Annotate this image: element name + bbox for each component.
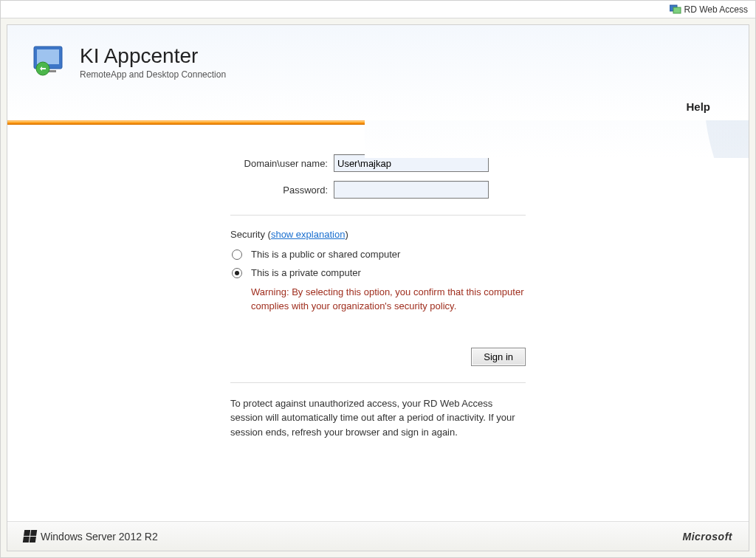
radio-icon [232, 249, 242, 260]
svg-rect-1 [673, 7, 681, 13]
windows-logo-icon [23, 530, 37, 542]
brand: KI Appcenter RemoteApp and Desktop Conne… [31, 44, 725, 80]
main-panel: KI Appcenter RemoteApp and Desktop Conne… [7, 24, 749, 551]
security-heading-suffix: ) [345, 229, 348, 240]
page-title: KI Appcenter [80, 44, 226, 68]
footer-product: Windows Server 2012 R2 [41, 531, 158, 542]
top-bar: RD Web Access [1, 1, 755, 18]
header: KI Appcenter RemoteApp and Desktop Conne… [7, 25, 749, 120]
security-warning: Warning: By selecting this option, you c… [251, 286, 526, 314]
svg-rect-3 [37, 49, 59, 64]
brand-text: KI Appcenter RemoteApp and Desktop Conne… [80, 44, 226, 80]
footer: Windows Server 2012 R2 Microsoft [7, 521, 749, 551]
sign-in-button[interactable]: Sign in [471, 348, 526, 366]
security-heading: Security (show explanation) [230, 229, 526, 240]
timeout-notice: To protect against unauthorized access, … [230, 396, 526, 440]
username-input[interactable] [334, 154, 489, 172]
show-explanation-link[interactable]: show explanation [271, 229, 345, 240]
password-input[interactable] [334, 181, 489, 199]
remoteapp-icon [31, 45, 69, 79]
security-option-public[interactable]: This is a public or shared computer [232, 249, 526, 260]
divider [230, 215, 526, 216]
footer-left: Windows Server 2012 R2 [24, 530, 158, 542]
top-bar-label: RD Web Access [684, 4, 748, 15]
accent-bar [7, 120, 749, 125]
username-row: Domain\user name: [230, 154, 526, 172]
password-label: Password: [230, 185, 334, 196]
window: RD Web Access KI Appcenter RemoteApp and [0, 0, 756, 558]
page-subtitle: RemoteApp and Desktop Connection [80, 69, 226, 80]
security-heading-prefix: Security ( [230, 229, 271, 240]
security-option-private-label: This is a private computer [251, 267, 361, 278]
rdweb-icon [670, 4, 681, 15]
password-row: Password: [230, 181, 526, 199]
security-option-public-label: This is a public or shared computer [251, 249, 400, 260]
security-option-private[interactable]: This is a private computer [232, 267, 526, 278]
divider [230, 382, 526, 383]
help-link[interactable]: Help [686, 100, 710, 113]
username-label: Domain\user name: [230, 158, 334, 169]
radio-icon [232, 268, 242, 278]
login-form: Domain\user name: Password: Security (sh… [230, 154, 526, 439]
footer-company: Microsoft [683, 531, 733, 542]
